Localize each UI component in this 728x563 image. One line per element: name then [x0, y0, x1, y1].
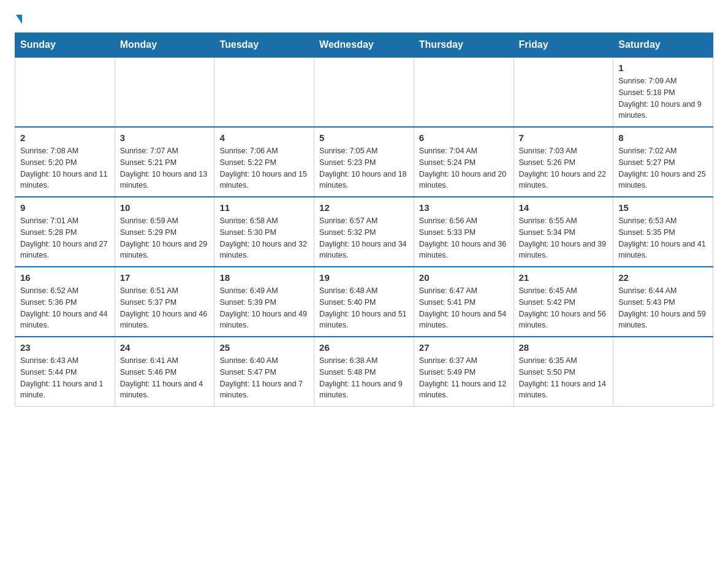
- day-info: Sunrise: 6:41 AM Sunset: 5:46 PM Dayligh…: [120, 355, 210, 401]
- calendar-cell: 12Sunrise: 6:57 AM Sunset: 5:32 PM Dayli…: [314, 197, 414, 267]
- weekday-header-saturday: Saturday: [613, 33, 713, 58]
- week-row-4: 16Sunrise: 6:52 AM Sunset: 5:36 PM Dayli…: [15, 267, 713, 337]
- day-number: 25: [219, 342, 309, 353]
- calendar-cell: 1Sunrise: 7:09 AM Sunset: 5:18 PM Daylig…: [613, 57, 713, 127]
- calendar-cell: 5Sunrise: 7:05 AM Sunset: 5:23 PM Daylig…: [314, 127, 414, 197]
- day-info: Sunrise: 6:52 AM Sunset: 5:36 PM Dayligh…: [20, 285, 110, 331]
- calendar-cell: 22Sunrise: 6:44 AM Sunset: 5:43 PM Dayli…: [613, 267, 713, 337]
- calendar-cell: 6Sunrise: 7:04 AM Sunset: 5:24 PM Daylig…: [414, 127, 514, 197]
- calendar-cell: 10Sunrise: 6:59 AM Sunset: 5:29 PM Dayli…: [115, 197, 214, 267]
- day-number: 18: [219, 272, 309, 283]
- calendar-cell: [613, 337, 713, 407]
- day-number: 28: [519, 342, 609, 353]
- day-number: 10: [120, 202, 210, 213]
- day-info: Sunrise: 6:56 AM Sunset: 5:33 PM Dayligh…: [419, 215, 509, 261]
- weekday-header-sunday: Sunday: [15, 33, 115, 58]
- day-number: 15: [618, 202, 708, 213]
- day-number: 5: [319, 132, 409, 143]
- calendar-cell: 25Sunrise: 6:40 AM Sunset: 5:47 PM Dayli…: [214, 337, 314, 407]
- weekday-header-friday: Friday: [514, 33, 613, 58]
- day-info: Sunrise: 6:45 AM Sunset: 5:42 PM Dayligh…: [519, 285, 609, 331]
- day-info: Sunrise: 7:06 AM Sunset: 5:22 PM Dayligh…: [219, 145, 309, 191]
- day-number: 7: [519, 132, 609, 143]
- logo: [15, 15, 22, 23]
- calendar-cell: [115, 57, 214, 127]
- day-number: 12: [319, 202, 409, 213]
- day-info: Sunrise: 6:58 AM Sunset: 5:30 PM Dayligh…: [219, 215, 309, 261]
- calendar-cell: [214, 57, 314, 127]
- day-info: Sunrise: 6:57 AM Sunset: 5:32 PM Dayligh…: [319, 215, 409, 261]
- day-info: Sunrise: 6:40 AM Sunset: 5:47 PM Dayligh…: [219, 355, 309, 401]
- day-number: 17: [120, 272, 210, 283]
- day-info: Sunrise: 6:38 AM Sunset: 5:48 PM Dayligh…: [319, 355, 409, 401]
- day-number: 8: [618, 132, 708, 143]
- day-number: 2: [20, 132, 110, 143]
- day-info: Sunrise: 6:35 AM Sunset: 5:50 PM Dayligh…: [519, 355, 609, 401]
- day-info: Sunrise: 6:51 AM Sunset: 5:37 PM Dayligh…: [120, 285, 210, 331]
- calendar-cell: 15Sunrise: 6:53 AM Sunset: 5:35 PM Dayli…: [613, 197, 713, 267]
- calendar-cell: 11Sunrise: 6:58 AM Sunset: 5:30 PM Dayli…: [214, 197, 314, 267]
- calendar-cell: 17Sunrise: 6:51 AM Sunset: 5:37 PM Dayli…: [115, 267, 214, 337]
- calendar-cell: 7Sunrise: 7:03 AM Sunset: 5:26 PM Daylig…: [514, 127, 613, 197]
- weekday-header-thursday: Thursday: [414, 33, 514, 58]
- calendar-cell: 2Sunrise: 7:08 AM Sunset: 5:20 PM Daylig…: [15, 127, 115, 197]
- day-number: 20: [419, 272, 509, 283]
- day-number: 26: [319, 342, 409, 353]
- day-number: 11: [219, 202, 309, 213]
- calendar-cell: 9Sunrise: 7:01 AM Sunset: 5:28 PM Daylig…: [15, 197, 115, 267]
- day-info: Sunrise: 6:49 AM Sunset: 5:39 PM Dayligh…: [219, 285, 309, 331]
- calendar-cell: 4Sunrise: 7:06 AM Sunset: 5:22 PM Daylig…: [214, 127, 314, 197]
- calendar-cell: [514, 57, 613, 127]
- week-row-3: 9Sunrise: 7:01 AM Sunset: 5:28 PM Daylig…: [15, 197, 713, 267]
- day-info: Sunrise: 6:44 AM Sunset: 5:43 PM Dayligh…: [618, 285, 708, 331]
- day-info: Sunrise: 7:07 AM Sunset: 5:21 PM Dayligh…: [120, 145, 210, 191]
- day-info: Sunrise: 6:53 AM Sunset: 5:35 PM Dayligh…: [618, 215, 708, 261]
- day-number: 14: [519, 202, 609, 213]
- calendar-cell: 19Sunrise: 6:48 AM Sunset: 5:40 PM Dayli…: [314, 267, 414, 337]
- day-number: 22: [618, 272, 708, 283]
- day-info: Sunrise: 6:59 AM Sunset: 5:29 PM Dayligh…: [120, 215, 210, 261]
- week-row-1: 1Sunrise: 7:09 AM Sunset: 5:18 PM Daylig…: [15, 57, 713, 127]
- day-number: 21: [519, 272, 609, 283]
- calendar-cell: 16Sunrise: 6:52 AM Sunset: 5:36 PM Dayli…: [15, 267, 115, 337]
- day-number: 23: [20, 342, 110, 353]
- calendar-cell: 8Sunrise: 7:02 AM Sunset: 5:27 PM Daylig…: [613, 127, 713, 197]
- calendar-cell: 26Sunrise: 6:38 AM Sunset: 5:48 PM Dayli…: [314, 337, 414, 407]
- weekday-header-tuesday: Tuesday: [214, 33, 314, 58]
- calendar-cell: 24Sunrise: 6:41 AM Sunset: 5:46 PM Dayli…: [115, 337, 214, 407]
- day-info: Sunrise: 7:02 AM Sunset: 5:27 PM Dayligh…: [618, 145, 708, 191]
- calendar-cell: 3Sunrise: 7:07 AM Sunset: 5:21 PM Daylig…: [115, 127, 214, 197]
- weekday-header-wednesday: Wednesday: [314, 33, 414, 58]
- day-info: Sunrise: 6:48 AM Sunset: 5:40 PM Dayligh…: [319, 285, 409, 331]
- calendar-cell: 20Sunrise: 6:47 AM Sunset: 5:41 PM Dayli…: [414, 267, 514, 337]
- week-row-2: 2Sunrise: 7:08 AM Sunset: 5:20 PM Daylig…: [15, 127, 713, 197]
- calendar-cell: 23Sunrise: 6:43 AM Sunset: 5:44 PM Dayli…: [15, 337, 115, 407]
- calendar-cell: [414, 57, 514, 127]
- weekday-header-monday: Monday: [115, 33, 214, 58]
- calendar-table: SundayMondayTuesdayWednesdayThursdayFrid…: [15, 33, 713, 407]
- calendar-cell: 13Sunrise: 6:56 AM Sunset: 5:33 PM Dayli…: [414, 197, 514, 267]
- calendar-cell: 28Sunrise: 6:35 AM Sunset: 5:50 PM Dayli…: [514, 337, 613, 407]
- calendar-cell: 21Sunrise: 6:45 AM Sunset: 5:42 PM Dayli…: [514, 267, 613, 337]
- day-number: 3: [120, 132, 210, 143]
- calendar-cell: [15, 57, 115, 127]
- day-number: 24: [120, 342, 210, 353]
- day-info: Sunrise: 7:03 AM Sunset: 5:26 PM Dayligh…: [519, 145, 609, 191]
- day-number: 9: [20, 202, 110, 213]
- day-number: 1: [618, 63, 708, 73]
- day-number: 16: [20, 272, 110, 283]
- day-info: Sunrise: 7:04 AM Sunset: 5:24 PM Dayligh…: [419, 145, 509, 191]
- day-number: 13: [419, 202, 509, 213]
- calendar-cell: 14Sunrise: 6:55 AM Sunset: 5:34 PM Dayli…: [514, 197, 613, 267]
- day-number: 19: [319, 272, 409, 283]
- day-info: Sunrise: 6:55 AM Sunset: 5:34 PM Dayligh…: [519, 215, 609, 261]
- weekday-header-row: SundayMondayTuesdayWednesdayThursdayFrid…: [15, 33, 713, 58]
- day-info: Sunrise: 7:05 AM Sunset: 5:23 PM Dayligh…: [319, 145, 409, 191]
- calendar-cell: 18Sunrise: 6:49 AM Sunset: 5:39 PM Dayli…: [214, 267, 314, 337]
- day-number: 27: [419, 342, 509, 353]
- day-info: Sunrise: 7:09 AM Sunset: 5:18 PM Dayligh…: [618, 75, 708, 121]
- day-info: Sunrise: 7:08 AM Sunset: 5:20 PM Dayligh…: [20, 145, 110, 191]
- week-row-5: 23Sunrise: 6:43 AM Sunset: 5:44 PM Dayli…: [15, 337, 713, 407]
- calendar-cell: [314, 57, 414, 127]
- page-header: [15, 15, 713, 23]
